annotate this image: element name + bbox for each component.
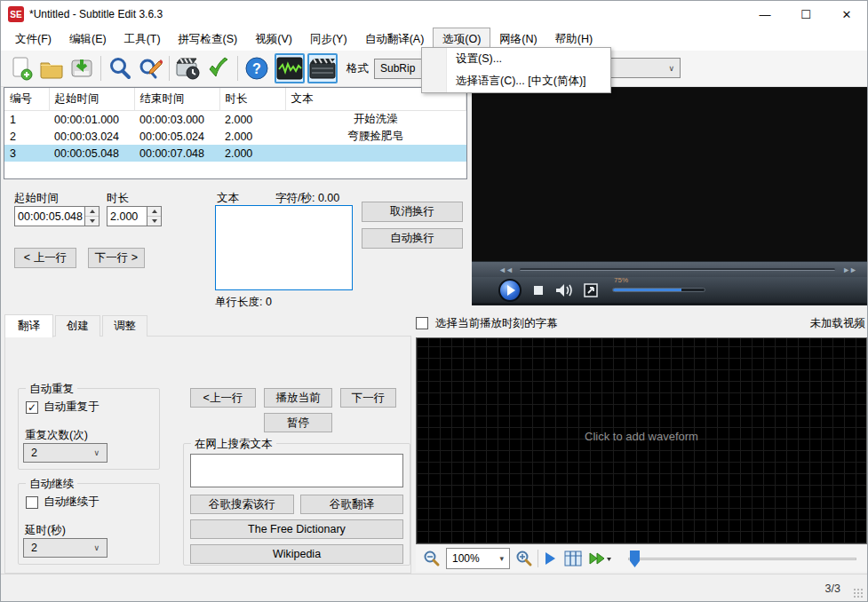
- menu-file[interactable]: 文件(F): [6, 28, 60, 51]
- delay-label: 延时(秒): [25, 523, 66, 538]
- new-file-button[interactable]: [6, 53, 36, 83]
- waveform-header: 选择当前播放时刻的字幕 未加载视频: [416, 314, 868, 332]
- maximize-button[interactable]: ☐: [785, 1, 826, 28]
- waveform-zoom-combobox[interactable]: 100% ▾: [446, 548, 510, 569]
- video-player-panel: ◄◄ ►► 75%: [472, 87, 868, 305]
- web-search-group-label: 在网上搜索文本: [191, 437, 276, 452]
- volume-mute-icon[interactable]: [555, 283, 573, 297]
- cell-text: 弯腰捡肥皂: [285, 128, 466, 145]
- waveform-play-icon[interactable]: [543, 551, 557, 566]
- spell-check-button[interactable]: [203, 53, 234, 83]
- close-button[interactable]: ✕: [826, 1, 867, 28]
- auto-break-button[interactable]: 自动换行: [362, 228, 463, 249]
- spin-down-button[interactable]: [85, 217, 99, 226]
- minimize-button[interactable]: —: [745, 1, 785, 28]
- duration-label: 时长: [107, 191, 129, 206]
- tab-create[interactable]: 创建: [55, 315, 100, 337]
- table-row-selected[interactable]: 3 00:00:05.048 00:00:07.048 2.000: [4, 145, 466, 162]
- start-time-input[interactable]: 00:00:05.048: [14, 206, 85, 226]
- column-header-end[interactable]: 结束时间: [134, 88, 219, 111]
- chevron-down-icon: ▾: [490, 554, 504, 563]
- next-line-button[interactable]: 下一行: [340, 388, 396, 408]
- video-screen[interactable]: [472, 87, 868, 261]
- column-header-duration[interactable]: 时长: [219, 88, 285, 111]
- previous-line-button[interactable]: <上一行: [190, 388, 256, 408]
- google-translate-button[interactable]: 谷歌翻译: [300, 495, 403, 514]
- visual-sync-icon: [175, 56, 202, 81]
- menu-spellcheck[interactable]: 拼写检查(S): [170, 28, 247, 51]
- menu-sync[interactable]: 同步(Y): [301, 28, 356, 51]
- open-file-icon: [39, 57, 64, 80]
- visual-sync-button[interactable]: [173, 53, 203, 83]
- table-row[interactable]: 1 00:00:01.000 00:00:03.000 2.000 开始洗澡: [4, 111, 466, 129]
- subtitle-text-input[interactable]: [215, 205, 353, 290]
- video-columns-icon[interactable]: [564, 551, 582, 566]
- tab-adjust[interactable]: 调整: [102, 315, 147, 337]
- zoom-in-icon[interactable]: [515, 550, 533, 567]
- translate-tab-body: 自动重复 ✓ 自动重复于 重复次数(次) 2 ∨ 自动继续 自动继续于 延时(秒…: [4, 336, 411, 574]
- menu-item-choose-language[interactable]: 选择语言(C)... [中文(简体)]: [422, 70, 610, 92]
- stop-button[interactable]: [534, 286, 543, 295]
- volume-percent-label: 75%: [614, 276, 628, 284]
- previous-line-button[interactable]: < 上一行: [14, 248, 76, 268]
- cell-duration: 2.000: [219, 128, 285, 145]
- replace-button[interactable]: [135, 53, 165, 83]
- play-current-button[interactable]: 播放当前: [264, 388, 332, 408]
- find-button[interactable]: [105, 53, 135, 83]
- waveform-position-slider[interactable]: [628, 550, 856, 567]
- play-button[interactable]: [498, 279, 522, 302]
- spin-down-button[interactable]: [147, 217, 161, 226]
- table-row[interactable]: 2 00:00:03.024 00:00:05.024 2.000 弯腰捡肥皂: [4, 128, 466, 145]
- repeat-count-select[interactable]: 2 ∨: [23, 443, 108, 463]
- rewind-icon[interactable]: ◄◄: [498, 265, 513, 274]
- delay-select[interactable]: 2 ∨: [23, 538, 108, 558]
- column-header-number[interactable]: 编号: [4, 88, 49, 111]
- web-search-input[interactable]: [190, 454, 403, 487]
- auto-continue-checkbox-row[interactable]: 自动继续于: [26, 495, 100, 510]
- help-button[interactable]: ?: [242, 53, 272, 83]
- app-logo-icon: SE: [8, 6, 24, 22]
- auto-repeat-checkbox-row[interactable]: ✓ 自动重复于: [26, 400, 100, 415]
- fullscreen-icon[interactable]: [584, 283, 598, 297]
- auto-continue-group-label: 自动继续: [26, 477, 77, 492]
- google-search-line-button[interactable]: 谷歌搜索该行: [190, 495, 294, 514]
- spin-up-button[interactable]: [147, 207, 161, 217]
- toolbar-separator: [100, 56, 101, 81]
- zoom-out-icon[interactable]: [423, 550, 441, 567]
- wikipedia-button[interactable]: Wikipedia: [190, 544, 403, 564]
- seek-track[interactable]: [520, 268, 835, 271]
- delay-value: 2: [31, 542, 37, 554]
- duration-input[interactable]: 2.000: [107, 206, 147, 226]
- next-line-button[interactable]: 下一行 >: [88, 248, 145, 268]
- toggle-waveform-icon: [276, 57, 303, 80]
- resize-grip-icon[interactable]: [853, 588, 864, 598]
- menu-tools[interactable]: 工具(T): [115, 28, 170, 51]
- open-file-button[interactable]: [36, 53, 67, 83]
- menu-video[interactable]: 视频(V): [246, 28, 301, 51]
- cell-number: 1: [4, 111, 49, 129]
- auto-repeat-group-label: 自动重复: [26, 382, 77, 397]
- waveform-canvas[interactable]: Click to add waveform: [416, 337, 867, 544]
- select-current-subtitle-checkbox[interactable]: [416, 317, 428, 329]
- cell-text: [285, 145, 466, 162]
- menu-item-settings[interactable]: 设置(S)...: [422, 48, 610, 70]
- free-dictionary-button[interactable]: The Free Dictionary: [190, 519, 403, 539]
- auto-continue-checkbox[interactable]: [26, 496, 38, 509]
- save-button[interactable]: [67, 53, 97, 83]
- spin-up-button[interactable]: [85, 207, 99, 217]
- tab-translate[interactable]: 翻译: [4, 314, 53, 337]
- volume-slider[interactable]: 75%: [612, 288, 705, 292]
- unbreak-button[interactable]: 取消换行: [362, 202, 463, 222]
- subtitle-position-indicator: 3/3: [825, 582, 840, 595]
- fast-forward-icon[interactable]: [589, 552, 612, 565]
- chevron-down-icon: ∨: [659, 64, 674, 73]
- menu-edit[interactable]: 编辑(E): [60, 28, 115, 51]
- toggle-video-button[interactable]: [307, 53, 338, 83]
- auto-repeat-checkbox[interactable]: ✓: [26, 401, 38, 414]
- forward-icon[interactable]: ►►: [842, 265, 856, 274]
- column-header-start[interactable]: 起始时间: [49, 88, 134, 111]
- slider-thumb[interactable]: [630, 551, 640, 567]
- toggle-waveform-button[interactable]: [275, 53, 305, 83]
- chevron-down-icon: ∨: [93, 448, 100, 457]
- pause-button[interactable]: 暂停: [264, 413, 332, 432]
